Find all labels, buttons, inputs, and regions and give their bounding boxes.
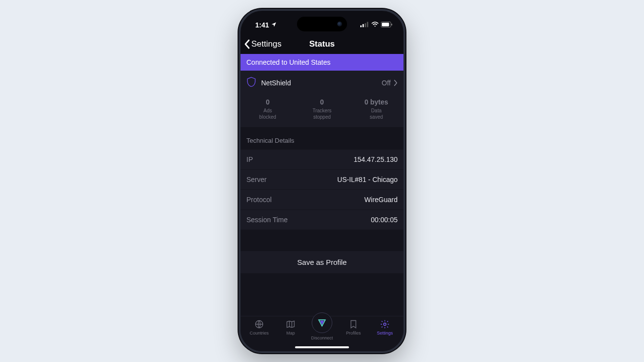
- stat-ads-blocked: 0 Ads blocked: [241, 98, 295, 120]
- tab-map[interactable]: Map: [275, 319, 306, 336]
- power-button: [405, 99, 405, 137]
- cellular-signal-icon: [360, 21, 369, 29]
- bookmark-icon: [349, 319, 358, 329]
- home-indicator[interactable]: [295, 346, 349, 348]
- connection-status-banner: Connected to United States: [241, 54, 403, 71]
- stat-data-saved: 0 bytes Data saved: [349, 98, 403, 120]
- stat-label-2: blocked: [241, 114, 295, 120]
- status-time: 1:41: [255, 21, 269, 29]
- detail-row-protocol: Protocol WireGuard: [241, 189, 403, 209]
- tab-disconnect[interactable]: Disconnect: [306, 312, 338, 340]
- tab-label: Countries: [250, 331, 269, 336]
- back-button[interactable]: Settings: [241, 39, 281, 49]
- detail-value: WireGuard: [364, 196, 398, 204]
- stat-label-1: Ads: [241, 107, 295, 114]
- dynamic-island: [297, 17, 347, 31]
- tab-settings[interactable]: Settings: [369, 319, 401, 336]
- navigation-bar: Settings Status: [241, 34, 403, 54]
- save-as-profile-label: Save as Profile: [297, 258, 347, 266]
- detail-key: Session Time: [246, 216, 288, 224]
- map-icon: [286, 319, 295, 329]
- phone-frame: 1:41: [239, 9, 405, 353]
- volume-up-button: [239, 92, 239, 115]
- section-gap: [241, 230, 403, 251]
- tab-label: Map: [286, 331, 295, 336]
- section-header-technical: Technical Details: [241, 127, 403, 149]
- side-button: [239, 70, 239, 83]
- stat-label-2: saved: [349, 114, 403, 120]
- detail-key: Protocol: [246, 196, 271, 204]
- detail-row-server: Server US-IL#81 - Chicago: [241, 169, 403, 189]
- tab-countries[interactable]: Countries: [243, 319, 275, 336]
- svg-rect-7: [391, 24, 392, 26]
- tab-label: Disconnect: [311, 336, 333, 340]
- page-title: Status: [309, 39, 335, 49]
- shield-icon: [246, 77, 256, 89]
- svg-rect-1: [363, 24, 364, 27]
- svg-rect-3: [367, 22, 369, 27]
- stat-value: 0: [241, 98, 295, 106]
- svg-point-4: [375, 26, 376, 26]
- gear-icon: [380, 319, 390, 329]
- stat-label-1: Data: [349, 107, 403, 114]
- detail-value: 00:00:05: [371, 216, 398, 224]
- netshield-value: Off: [382, 79, 391, 87]
- front-camera: [337, 22, 342, 26]
- wifi-icon: [371, 21, 379, 29]
- stat-trackers-stopped: 0 Trackers stopped: [295, 98, 349, 120]
- content-spacer: [241, 273, 403, 316]
- volume-down-button: [239, 121, 239, 145]
- back-label: Settings: [251, 39, 281, 49]
- tab-profiles[interactable]: Profiles: [338, 319, 369, 336]
- chevron-left-icon: [243, 39, 250, 49]
- stat-value: 0: [295, 98, 349, 106]
- tab-label: Profiles: [346, 331, 361, 336]
- stat-label-1: Trackers: [295, 107, 349, 114]
- stat-value: 0 bytes: [349, 98, 403, 106]
- netshield-stats: 0 Ads blocked 0 Trackers stopped 0 bytes…: [241, 95, 403, 127]
- svg-rect-0: [360, 26, 362, 27]
- detail-key: IP: [246, 155, 253, 163]
- svg-rect-6: [382, 23, 389, 26]
- save-as-profile-button[interactable]: Save as Profile: [241, 251, 403, 273]
- chevron-right-icon: [394, 79, 398, 86]
- netshield-title: NetShield: [261, 79, 291, 87]
- disconnect-button-circle: [312, 312, 332, 333]
- detail-key: Server: [246, 176, 267, 183]
- location-services-icon: [271, 21, 277, 29]
- battery-icon: [381, 21, 393, 29]
- detail-row-session-time: Session Time 00:00:05: [241, 209, 403, 230]
- globe-icon: [254, 319, 264, 329]
- app-logo-icon: [317, 318, 327, 328]
- tab-bar: Countries Map Disconnect Profiles: [241, 316, 403, 351]
- detail-row-ip: IP 154.47.25.130: [241, 149, 403, 169]
- tab-label: Settings: [377, 331, 393, 336]
- netshield-row[interactable]: NetShield Off: [241, 71, 403, 95]
- svg-rect-2: [365, 23, 366, 27]
- detail-value: 154.47.25.130: [353, 155, 398, 163]
- svg-point-11: [384, 323, 386, 326]
- stat-label-2: stopped: [295, 114, 349, 120]
- detail-value: US-IL#81 - Chicago: [337, 176, 398, 183]
